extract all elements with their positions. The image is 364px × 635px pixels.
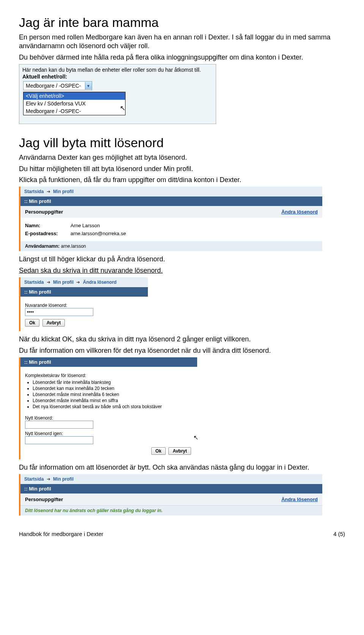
panel-subtitle: Personuppgifter <box>25 209 63 215</box>
repeat-password-input[interactable] <box>25 436 93 444</box>
role-label: Aktuell enhet/roll: <box>19 74 216 81</box>
new-password-input[interactable] <box>25 421 93 429</box>
footer-title: Handbok för medborgare i Dexter <box>19 531 104 537</box>
current-password-panel: Startsida ➜ Min profil ➜ Ändra lösenord … <box>19 277 148 331</box>
ok-button[interactable]: Ok <box>25 319 39 327</box>
cursor-icon: ↖ <box>193 434 198 441</box>
new-password-label: Nytt lösenord: <box>25 413 193 421</box>
body-text: Du får information om villkoren för det … <box>19 346 345 355</box>
profile-panel: Startsida ➜ Min profil :: Min profil Per… <box>19 187 322 251</box>
breadcrumb-item[interactable]: Min profil <box>53 476 74 482</box>
breadcrumb-item[interactable]: Startsida <box>24 476 44 482</box>
password-rule: Lösenordet måste minst innehålla 6 tecke… <box>33 392 193 397</box>
cancel-button[interactable]: Avbryt <box>168 447 191 455</box>
password-rule: Lösenordet kan max innehålla 20 tecken <box>33 386 193 391</box>
password-rule: Lösenordet måste innehålla minst en siff… <box>33 398 193 403</box>
repeat-password-label: Nytt lösenord igen: <box>25 429 193 436</box>
body-text: Användarna Dexter kan ges möjlighet att … <box>19 153 345 162</box>
password-rules-list: Lösenordet får inte innehålla blanksteg … <box>33 380 193 409</box>
intro-text: Du behöver därmed inte hålla reda på fle… <box>19 53 345 62</box>
body-text: Klicka på funktionen, då får du fram upp… <box>19 176 345 184</box>
role-option[interactable]: Medborgare / -OSPEC- <box>24 107 125 115</box>
heading-change-password: Jag vill byta mitt lösenord <box>19 135 345 150</box>
body-text: Längst ut till höger klickar du på Ändra… <box>19 255 345 264</box>
username-label: Användarnamn: <box>25 244 60 249</box>
username-value: arne.larsson <box>61 244 86 249</box>
success-message: Ditt lösenord har nu ändrats och gäller … <box>20 505 322 516</box>
breadcrumb-item[interactable]: Ändra lösenord <box>83 280 117 285</box>
role-select-screenshot: Här nedan kan du byta mellan de enheter … <box>19 64 216 124</box>
role-instruction: Här nedan kan du byta mellan de enheter … <box>19 64 216 74</box>
role-options-list[interactable]: <Välj enhet/roll> Elev kv / Söderforsa V… <box>23 92 126 115</box>
ok-button[interactable]: Ok <box>151 447 166 455</box>
breadcrumb: Startsida ➜ Min profil <box>20 474 322 484</box>
change-password-link[interactable]: Ändra lösenord <box>281 497 318 502</box>
cursor-icon: ↖ <box>120 104 126 112</box>
body-text: Du hittar möjligheten till att byta löse… <box>19 165 345 173</box>
footer-page-number: 4 (5) <box>333 531 345 537</box>
breadcrumb-item[interactable]: Startsida <box>24 189 44 194</box>
panel-subtitle: Personuppgifter <box>25 497 63 502</box>
email-value: arne.larsson@norreka.se <box>71 231 126 236</box>
role-selected-value: Medborgare / -OSPEC- <box>24 82 85 90</box>
current-password-input[interactable] <box>25 308 93 316</box>
role-option[interactable]: <Välj enhet/roll> <box>24 92 125 100</box>
breadcrumb-item[interactable]: Min profil <box>53 280 74 285</box>
body-text: Du får information om att lösenordet är … <box>19 463 345 472</box>
panel-titlebar: :: Min profil <box>20 287 148 297</box>
confirmation-panel: Startsida ➜ Min profil :: Min profil Per… <box>19 474 322 516</box>
page-footer: Handbok för medborgare i Dexter 4 (5) <box>19 531 345 537</box>
password-rule: Det nya lösenordet skall bestå av både s… <box>33 404 193 409</box>
email-label: E-postadress: <box>25 231 71 236</box>
heading-not-only-mamma: Jag är inte bara mamma <box>19 15 345 30</box>
cancel-button[interactable]: Avbryt <box>42 319 65 327</box>
panel-titlebar: :: Min profil <box>20 484 322 494</box>
breadcrumb: Startsida ➜ Min profil <box>20 187 322 196</box>
breadcrumb-item[interactable]: Min profil <box>53 189 74 194</box>
body-text: När du klickat OK, ska du skriva in ditt… <box>19 335 345 344</box>
body-text: Sedan ska du skriva in ditt nuvarande lö… <box>19 266 345 275</box>
panel-titlebar: :: Min profil <box>20 357 197 367</box>
breadcrumb: Startsida ➜ Min profil ➜ Ändra lösenord <box>20 277 148 287</box>
name-value: Arne Larsson <box>71 223 100 228</box>
panel-titlebar: :: Min profil <box>20 196 322 206</box>
role-option[interactable]: Elev kv / Söderforsa VUX <box>24 100 125 107</box>
chevron-down-icon[interactable]: ▼ <box>85 82 92 90</box>
role-select[interactable]: Medborgare / -OSPEC- ▼ <box>23 81 92 90</box>
password-rule: Lösenordet får inte innehålla blanksteg <box>33 380 193 385</box>
name-label: Namn: <box>25 223 71 228</box>
current-password-label: Nuvarande lösenord: <box>25 300 143 308</box>
change-password-link[interactable]: Ändra lösenord <box>281 209 318 215</box>
intro-text: En person med rollen Medborgare kan även… <box>19 33 345 51</box>
breadcrumb-item[interactable]: Startsida <box>24 280 44 285</box>
complexity-title: Komplexitetskrav för lösenord: <box>25 371 193 378</box>
new-password-panel: :: Min profil Komplexitetskrav för lösen… <box>19 357 197 459</box>
breadcrumb-sep: ➜ <box>45 189 52 194</box>
